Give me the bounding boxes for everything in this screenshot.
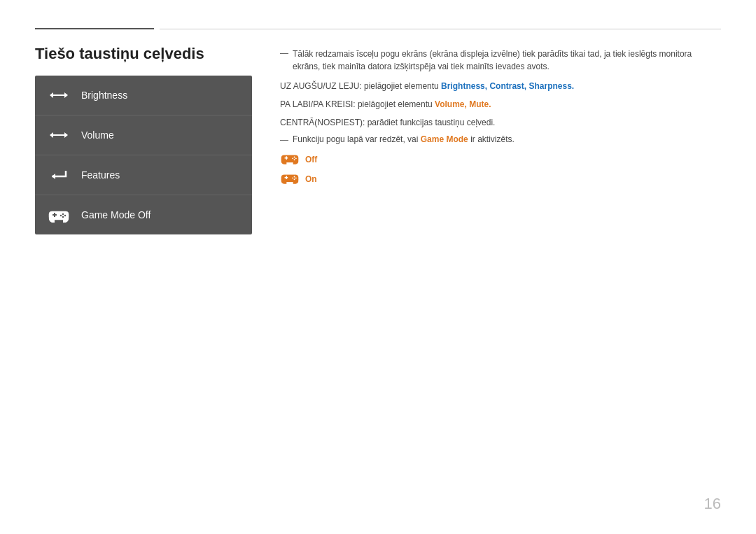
svg-point-25 (292, 177, 293, 178)
svg-marker-4 (52, 174, 55, 179)
right-panel: — Tālāk redzamais īsceļu pogu ekrāns (ek… (280, 45, 721, 234)
svg-point-16 (295, 157, 297, 159)
gamemode-on-icon (280, 171, 300, 187)
on-label: On (305, 174, 317, 184)
gamemode-off-icon (280, 152, 300, 167)
features-icon (46, 165, 71, 185)
centra-text: CENTRĀ(NOSPIEST): parādiet funkcijas tau… (280, 118, 495, 127)
svg-rect-7 (54, 213, 55, 217)
uz-highlight: Brightness, Contrast, Sharpness. (441, 81, 574, 91)
gamemode-on-row: On (280, 171, 721, 187)
centra-line: CENTRĀ(NOSPIEST): parādiet funkcijas tau… (280, 116, 721, 129)
svg-point-18 (292, 157, 293, 159)
menu-box: Brightness Volume (35, 76, 252, 234)
svg-point-10 (62, 216, 64, 218)
gamemode-mode-highlight: Game Mode (421, 134, 468, 144)
page-title: Tiešo taustiņu ceļvedis (35, 45, 252, 63)
features-label: Features (81, 169, 120, 181)
note-1-text: Tālāk redzamais īsceļu pogu ekrāns (ekrā… (293, 48, 721, 73)
brightness-label: Brightness (81, 90, 127, 101)
gamemode-note-text: Funkciju pogu lapā var redzēt, vai Game … (293, 134, 514, 144)
page-number: 16 (704, 495, 721, 513)
svg-point-9 (64, 215, 66, 216)
rule-left (35, 28, 154, 29)
svg-marker-3 (63, 132, 68, 138)
svg-point-24 (294, 178, 295, 180)
svg-point-17 (294, 159, 295, 160)
pa-line: PA LABI/PA KREISI: pielāgojiet elementu … (280, 98, 721, 111)
rule-right (160, 29, 721, 29)
svg-marker-1 (59, 92, 68, 98)
menu-item-features[interactable]: Features (35, 155, 252, 195)
volume-icon (46, 125, 71, 145)
pa-highlight: Volume, Mute. (435, 99, 491, 109)
volume-label: Volume (81, 129, 114, 141)
gamemode-icons: Off (280, 152, 721, 187)
gamemode-dash-sym: — (280, 135, 288, 145)
note-1: — Tālāk redzamais īsceļu pogu ekrāns (ek… (280, 48, 721, 73)
svg-point-15 (294, 157, 295, 158)
gamemode-menu-icon (46, 205, 71, 225)
left-panel: Tiešo taustiņu ceļvedis Brightness (35, 45, 252, 234)
svg-point-22 (294, 176, 295, 178)
svg-point-23 (295, 177, 297, 178)
menu-item-gamemode[interactable]: Game Mode Off (35, 195, 252, 234)
note-1-dash: — (280, 48, 288, 58)
pa-text: PA LABI/PA KREISI: pielāgojiet elementu (280, 99, 433, 109)
gamemode-label: Game Mode Off (81, 209, 150, 220)
menu-item-brightness[interactable]: Brightness (35, 76, 252, 115)
svg-rect-21 (286, 176, 287, 179)
uz-line: UZ AUGŠU/UZ LEJU: pielāgojiet elementu B… (280, 80, 721, 92)
svg-rect-14 (286, 156, 287, 160)
uz-text: UZ AUGŠU/UZ LEJU: pielāgojiet elementu (280, 81, 439, 91)
gamemode-off-row: Off (280, 152, 721, 167)
menu-item-volume[interactable]: Volume (35, 115, 252, 155)
svg-point-8 (62, 213, 64, 215)
main-content: Tiešo taustiņu ceļvedis Brightness (35, 45, 721, 234)
brightness-icon (46, 85, 71, 105)
top-rule (35, 28, 721, 29)
gamemode-note: — Funkciju pogu lapā var redzēt, vai Gam… (280, 134, 721, 145)
svg-marker-0 (50, 92, 59, 98)
svg-point-11 (60, 215, 62, 216)
off-label: Off (305, 155, 317, 164)
svg-marker-2 (50, 132, 63, 138)
page-container: Tiešo taustiņu ceļvedis Brightness (0, 0, 756, 534)
